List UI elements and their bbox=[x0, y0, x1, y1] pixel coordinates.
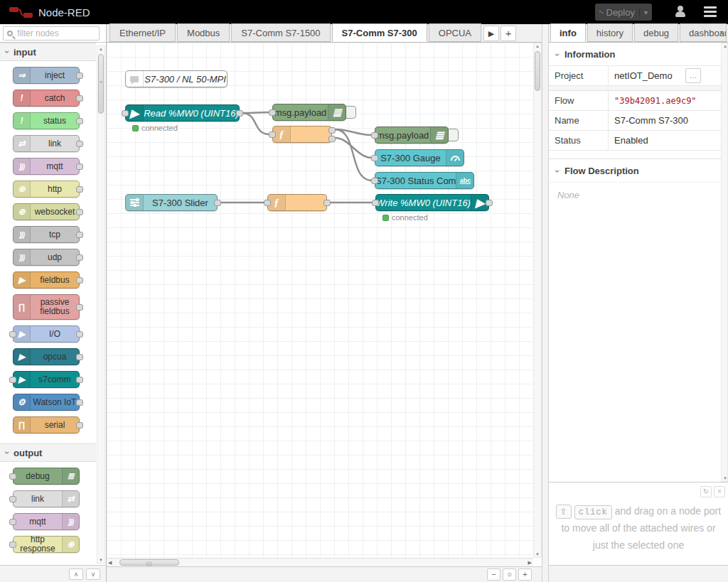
output-port[interactable] bbox=[76, 331, 83, 338]
tab-info[interactable]: info bbox=[550, 23, 586, 42]
palette-node-mqtt-out[interactable]: ))) mqtt bbox=[13, 513, 80, 530]
palette-node-catch[interactable]: ! catch bbox=[13, 90, 80, 107]
palette-filter-box[interactable] bbox=[3, 26, 100, 41]
deploy-button[interactable]: Deploy ▾ bbox=[595, 4, 652, 21]
palette-node-udp[interactable]: ))) udp bbox=[13, 249, 80, 266]
palette-node-s7comm[interactable]: ▶ s7comm bbox=[13, 371, 80, 388]
scroll-down-icon[interactable]: ▼ bbox=[722, 476, 728, 480]
refresh-tip-button[interactable]: ↻ bbox=[700, 486, 712, 497]
comment-node[interactable]: S7-300 / NL 50-MPI bbox=[125, 70, 228, 87]
add-flow-button[interactable]: + bbox=[500, 26, 516, 41]
output-port[interactable] bbox=[76, 422, 83, 429]
scrollbar-thumb[interactable] bbox=[535, 51, 540, 91]
palette-node-mqtt-in[interactable]: ))) mqtt bbox=[13, 158, 80, 175]
scrollbar-thumb[interactable]: ||| bbox=[119, 559, 179, 566]
output-port[interactable] bbox=[214, 200, 221, 206]
output-port[interactable] bbox=[76, 163, 83, 170]
sidebar-resizer[interactable] bbox=[542, 24, 549, 582]
input-port[interactable] bbox=[372, 200, 379, 206]
palette-node-passive-fieldbus[interactable]: ∏ passive fieldbus bbox=[13, 294, 80, 320]
tab-history[interactable]: history bbox=[587, 23, 633, 42]
main-menu-button[interactable] bbox=[704, 6, 717, 17]
slider-node[interactable]: S7-300 Slider bbox=[125, 194, 218, 211]
tab-debug[interactable]: debug bbox=[634, 23, 678, 42]
output-port[interactable] bbox=[76, 95, 83, 102]
gauge-node[interactable]: S7-300 Gauge bbox=[375, 149, 464, 166]
status-text-node[interactable]: S7-300 Status Com abc bbox=[375, 172, 474, 189]
close-icon[interactable]: × bbox=[719, 24, 724, 42]
output-port[interactable] bbox=[76, 232, 83, 238]
output-port[interactable] bbox=[76, 141, 83, 147]
input-port[interactable] bbox=[264, 200, 271, 206]
palette-node-inject[interactable]: ⇒ inject bbox=[13, 67, 80, 84]
palette-node-status[interactable]: ! status bbox=[13, 112, 80, 129]
function-node-1[interactable]: ƒ bbox=[272, 126, 332, 143]
input-port[interactable] bbox=[9, 496, 16, 502]
tab-s7-comm-s7-1500[interactable]: S7-Comm S7-1500 bbox=[231, 23, 330, 42]
scroll-up-icon[interactable]: ▲ bbox=[534, 44, 541, 48]
palette-node-fieldbus[interactable]: ▶ fieldbus bbox=[13, 271, 80, 289]
s7-write-node[interactable]: Write %MW0 (UINT16) ▶ bbox=[375, 194, 489, 211]
input-port[interactable] bbox=[9, 519, 16, 525]
input-port[interactable] bbox=[371, 132, 378, 139]
output-port[interactable] bbox=[76, 354, 83, 360]
tab-modbus[interactable]: Modbus bbox=[177, 23, 230, 42]
expand-all-button[interactable]: ∨ bbox=[86, 568, 100, 580]
scroll-down-icon[interactable]: ▼ bbox=[97, 558, 105, 562]
scroll-up-icon[interactable]: ▲ bbox=[722, 44, 728, 48]
palette-scrollbar[interactable]: ▲ ≡ ▼ bbox=[97, 45, 105, 564]
flow-description-section-header[interactable]: › Flow Description bbox=[549, 158, 728, 183]
debug-node-1[interactable]: msg.payload ≣ bbox=[272, 104, 346, 121]
palette-node-link-out[interactable]: ⇄ link bbox=[13, 490, 80, 507]
output-port[interactable] bbox=[76, 277, 83, 284]
palette-node-tcp[interactable]: ))) tcp bbox=[13, 226, 80, 243]
palette-node-watson-iot[interactable]: ⚙ Watson IoT bbox=[13, 394, 80, 411]
output-port[interactable] bbox=[486, 200, 493, 206]
input-port[interactable] bbox=[9, 377, 16, 383]
canvas-vertical-scrollbar[interactable]: ▲ ▼ bbox=[533, 43, 542, 558]
output-port[interactable] bbox=[323, 200, 331, 206]
tab-opcua[interactable]: OPCUA bbox=[429, 23, 481, 42]
input-port[interactable] bbox=[9, 331, 16, 338]
palette-node-http-response[interactable]: ⊕ http response bbox=[13, 536, 80, 553]
tab-ethernet-ip[interactable]: Ethernet/IP bbox=[109, 23, 176, 42]
palette-node-websocket[interactable]: ⊕ websocket bbox=[13, 203, 80, 220]
output-port[interactable] bbox=[76, 254, 83, 261]
input-port[interactable] bbox=[371, 155, 378, 161]
output-port-1[interactable] bbox=[328, 127, 336, 134]
palette-node-serial[interactable]: ∏ serial bbox=[13, 416, 80, 433]
s7-read-node[interactable]: ▶ Read %MW0 (UINT16) bbox=[125, 104, 240, 122]
scrollbar-thumb[interactable]: ≡ bbox=[98, 54, 104, 114]
zoom-in-button[interactable]: + bbox=[518, 568, 532, 581]
tab-s7-comm-s7-300[interactable]: S7-Comm S7-300 bbox=[332, 23, 427, 42]
palette-category-output[interactable]: › output bbox=[0, 443, 96, 462]
output-port-2[interactable] bbox=[328, 136, 336, 142]
scroll-left-icon[interactable]: ◀ bbox=[108, 560, 112, 566]
input-port[interactable] bbox=[9, 473, 16, 480]
canvas-horizontal-scrollbar[interactable]: ◀ ||| ▶ bbox=[107, 558, 533, 566]
project-edit-button[interactable]: … bbox=[685, 68, 701, 83]
output-port[interactable] bbox=[236, 110, 243, 117]
output-port[interactable] bbox=[76, 186, 83, 193]
output-port[interactable] bbox=[76, 377, 83, 383]
palette-node-opcua[interactable]: ▶ opcua bbox=[13, 348, 80, 365]
palette-node-io[interactable]: ▶ I/O bbox=[13, 325, 80, 343]
tab-scroll-right-button[interactable]: ▶ bbox=[483, 26, 499, 41]
palette-scroll-area[interactable]: › input ⇒ inject ! catch ! status ⇄ link bbox=[0, 43, 96, 565]
zoom-out-button[interactable]: − bbox=[487, 568, 500, 581]
user-button[interactable] bbox=[674, 6, 688, 18]
scroll-up-icon[interactable]: ▲ bbox=[97, 47, 105, 51]
function-node-2[interactable]: ƒ bbox=[267, 194, 327, 211]
palette-node-debug[interactable]: ≣ debug bbox=[13, 468, 80, 485]
zoom-reset-button[interactable]: ○ bbox=[503, 568, 516, 581]
palette-node-link-in[interactable]: ⇄ link bbox=[13, 135, 80, 152]
tab-dashboard[interactable]: dashboard × bbox=[680, 23, 727, 42]
filter-nodes-input[interactable] bbox=[17, 28, 88, 38]
input-port[interactable] bbox=[269, 131, 276, 138]
output-port[interactable] bbox=[76, 399, 83, 406]
input-port[interactable] bbox=[9, 541, 16, 548]
output-port[interactable] bbox=[76, 209, 83, 215]
output-port[interactable] bbox=[76, 118, 83, 124]
info-scrollbar[interactable]: ▲ ▼ bbox=[721, 43, 728, 482]
input-port[interactable] bbox=[269, 109, 276, 116]
